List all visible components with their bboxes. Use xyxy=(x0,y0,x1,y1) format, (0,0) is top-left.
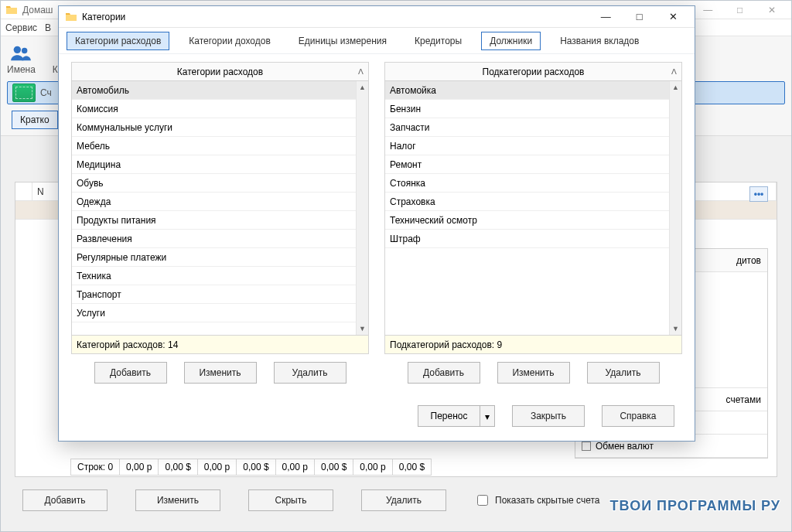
expense-subcategories-list[interactable]: АвтомойкаБензинЗапчастиНалогРемонтСтоянк… xyxy=(385,81,669,335)
grid-col-blank[interactable] xyxy=(15,182,32,200)
transfer-split-button[interactable]: Перенос ▾ xyxy=(418,405,495,427)
caret-up-icon: ᐱ xyxy=(358,67,364,76)
tab-debtors[interactable]: Должники xyxy=(481,32,541,50)
status-cell: 0,00 $ xyxy=(315,459,353,476)
scroll-down-icon[interactable]: ▼ xyxy=(670,322,681,335)
expense-categories-header[interactable]: Категории расходов ᐱ xyxy=(72,63,368,81)
right-scrollbar[interactable]: ▲ ▼ xyxy=(669,81,681,335)
square-icon xyxy=(582,442,591,451)
list-item[interactable]: Налог xyxy=(385,137,669,155)
tabstrip: Категории расходов Категории доходов Еди… xyxy=(59,28,695,54)
main-syscontrols: — □ ✕ xyxy=(693,5,787,15)
main-edit-button[interactable]: Изменить xyxy=(135,489,220,511)
menu-cats-short[interactable]: К xyxy=(53,64,58,75)
transfer-button[interactable]: Перенос xyxy=(418,405,480,427)
expense-subcategories-header[interactable]: Подкатегории расходов ᐱ xyxy=(385,63,681,81)
list-item[interactable]: Одежда xyxy=(72,193,356,211)
right-delete-button[interactable]: Удалить xyxy=(587,362,660,384)
categories-titlebar[interactable]: Категории — □ ✕ xyxy=(59,6,695,28)
list-item[interactable]: Услуги xyxy=(72,304,356,322)
right-add-button[interactable]: Добавить xyxy=(408,362,480,384)
tab-income-categories[interactable]: Категории доходов xyxy=(180,32,279,50)
list-item[interactable]: Комиссия xyxy=(72,100,356,118)
status-cell: 0,00 $ xyxy=(393,459,432,476)
menu-service[interactable]: Сервис xyxy=(5,22,37,33)
cashbox-icon xyxy=(12,84,36,102)
left-add-button[interactable]: Добавить xyxy=(94,362,167,384)
scroll-down-icon[interactable]: ▼ xyxy=(357,322,368,335)
list-item[interactable]: Запчасти xyxy=(385,118,669,137)
dialog-footer: Перенос ▾ Закрыть Справка xyxy=(59,402,695,441)
left-edit-button[interactable]: Изменить xyxy=(184,362,257,384)
dialog-maximize-button[interactable]: □ xyxy=(624,7,655,27)
right-edit-button[interactable]: Изменить xyxy=(497,362,570,384)
status-cell: 0,00 $ xyxy=(159,459,197,476)
list-item[interactable]: Обувь xyxy=(72,174,356,193)
tab-deposit-names[interactable]: Названия вкладов xyxy=(551,32,647,50)
dialog-minimize-button[interactable]: — xyxy=(590,7,621,27)
tab-expense-categories[interactable]: Категории расходов xyxy=(67,32,169,50)
folder-icon xyxy=(65,11,77,23)
status-count: Строк: 0 xyxy=(70,459,120,476)
main-close-button[interactable]: ✕ xyxy=(757,5,787,15)
scroll-up-icon[interactable]: ▲ xyxy=(357,81,368,94)
tab-creditors[interactable]: Кредиторы xyxy=(406,32,470,50)
side-head-label: дитов xyxy=(736,255,761,266)
main-add-button[interactable]: Добавить xyxy=(22,489,108,511)
dialog-close-button[interactable]: ✕ xyxy=(657,7,688,27)
right-panel-buttons: Добавить Изменить Удалить xyxy=(384,354,682,399)
list-item[interactable]: Продукты питания xyxy=(72,211,356,230)
categories-title: Категории xyxy=(82,12,125,22)
list-item[interactable]: Коммунальные услуги xyxy=(72,118,356,137)
people-icon xyxy=(10,43,32,64)
tab-units[interactable]: Единицы измерения xyxy=(290,32,395,50)
expense-cats-header-label: Категории расходов xyxy=(177,66,263,77)
toolbar-accounts-label: Сч xyxy=(40,87,52,98)
main-hide-button[interactable]: Скрыть xyxy=(248,489,333,511)
app-folder-icon xyxy=(5,4,18,16)
caret-up-icon: ᐱ xyxy=(671,67,677,76)
watermark: ТВОИ ПРОГРАММЫ РУ xyxy=(610,498,780,514)
tab-short[interactable]: Кратко xyxy=(12,111,58,129)
side-exchange-label: Обмен валют xyxy=(596,441,654,452)
close-button[interactable]: Закрыть xyxy=(512,405,585,427)
list-item[interactable]: Регулярные платежи xyxy=(72,248,356,267)
main-maximize-button[interactable]: □ xyxy=(725,5,755,15)
main-delete-button[interactable]: Удалить xyxy=(361,489,446,511)
expense-subcats-count: Подкатегорий расходов: 9 xyxy=(385,335,681,353)
scroll-up-icon[interactable]: ▲ xyxy=(670,81,681,94)
expense-categories-list[interactable]: АвтомобильКомиссияКоммунальные услугиМеб… xyxy=(72,81,356,335)
show-hidden-accounts-checkbox[interactable]: Показать скрытые счета xyxy=(474,493,599,508)
list-item[interactable]: Технический осмотр xyxy=(385,211,669,230)
more-columns-button[interactable]: ••• xyxy=(749,186,768,202)
list-item[interactable]: Страховка xyxy=(385,193,669,211)
list-item[interactable]: Автомойка xyxy=(385,81,669,100)
list-item[interactable]: Ремонт xyxy=(385,155,669,174)
main-window-title: Домаш xyxy=(22,5,53,15)
expense-subcats-header-label: Подкатегории расходов xyxy=(483,66,585,77)
menu-view-short[interactable]: В xyxy=(45,22,51,33)
list-item[interactable]: Штраф xyxy=(385,230,669,248)
toolbar-names-label: Имена xyxy=(7,64,36,75)
status-cell: 0,00 р xyxy=(198,459,237,476)
help-button[interactable]: Справка xyxy=(602,405,674,427)
transfer-dropdown-button[interactable]: ▾ xyxy=(480,405,495,427)
main-minimize-button[interactable]: — xyxy=(693,5,722,15)
list-item[interactable]: Автомобиль xyxy=(72,81,356,100)
left-delete-button[interactable]: Удалить xyxy=(274,362,346,384)
list-item[interactable]: Развлечения xyxy=(72,230,356,248)
list-item[interactable]: Техника xyxy=(72,267,356,285)
list-item[interactable]: Бензин xyxy=(385,100,669,118)
status-strip: Строк: 0 0,00 р 0,00 $ 0,00 р 0,00 $ 0,0… xyxy=(70,459,432,476)
svg-point-0 xyxy=(14,46,21,53)
list-item[interactable]: Транспорт xyxy=(72,285,356,304)
status-cell: 0,00 $ xyxy=(237,459,275,476)
left-scrollbar[interactable]: ▲ ▼ xyxy=(356,81,368,335)
list-item[interactable]: Медицина xyxy=(72,155,356,174)
left-panel-buttons: Добавить Изменить Удалить xyxy=(71,354,369,399)
list-item[interactable]: Стоянка xyxy=(385,174,669,193)
show-hidden-checkbox-input[interactable] xyxy=(477,495,488,506)
toolbar-names[interactable]: Имена xyxy=(7,43,36,75)
list-item[interactable]: Мебель xyxy=(72,137,356,155)
expense-categories-panel: Категории расходов ᐱ АвтомобильКомиссияК… xyxy=(71,62,369,354)
